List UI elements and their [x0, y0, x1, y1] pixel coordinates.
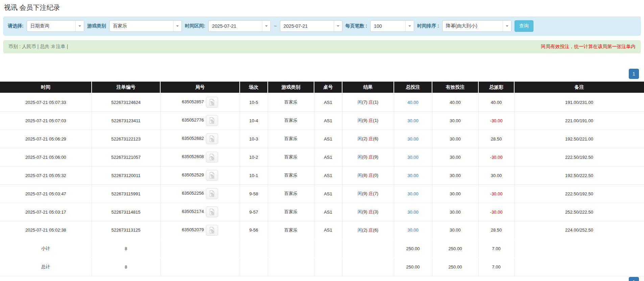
video-file-icon	[209, 135, 215, 142]
cell-valid-bet: 30.00	[432, 130, 478, 148]
player-result-value: (2)	[362, 136, 367, 141]
subtotal-valid-bet: 250.00	[432, 239, 478, 258]
video-replay-button[interactable]	[206, 225, 218, 236]
total-bet-link[interactable]: 30.00	[407, 136, 419, 142]
video-replay-button[interactable]	[206, 152, 218, 163]
cell-table-no: AS1	[314, 130, 342, 148]
player-result-value: (9)	[362, 118, 367, 123]
cell-valid-bet: 30.00	[432, 203, 478, 221]
time-sort-select[interactable]: 降幂(由大到小)	[442, 20, 511, 32]
cell-game-category: 百家乐	[268, 93, 314, 111]
cell-result: 闲(7) 庄(1)	[342, 93, 394, 111]
date-to-select[interactable]: 2025-07-21	[280, 20, 342, 32]
player-result-value: (0)	[362, 154, 367, 159]
cell-round-id: 635052529	[160, 166, 240, 185]
cell-payout: -30.00	[478, 203, 514, 221]
subtotal-payout: 7.00	[478, 239, 514, 258]
video-file-icon	[209, 190, 215, 197]
header-game-category: 游戏类别	[268, 82, 314, 93]
pagination-top: 1	[0, 69, 644, 79]
cell-game-category: 百家乐	[268, 130, 314, 148]
table-row: 2025-07-21 05:07:03522673123411635052776…	[0, 111, 644, 130]
page-1-button[interactable]: 1	[629, 277, 639, 281]
total-bet-link[interactable]: 30.00	[407, 173, 419, 178]
cell-game-category: 百家乐	[268, 148, 314, 166]
header-payout: 总派彩	[478, 82, 514, 93]
banker-result-label: 庄	[368, 136, 373, 141]
chevron-down-icon	[503, 21, 511, 31]
total-bet-link[interactable]: 30.00	[407, 228, 419, 233]
header-remark: 备注	[514, 82, 644, 93]
video-replay-button[interactable]	[206, 115, 218, 126]
pagination-bottom: 1	[629, 277, 639, 281]
payout-value: -30.00	[490, 118, 503, 123]
cell-total-bet: 30.00	[394, 111, 432, 130]
video-replay-button[interactable]	[206, 188, 218, 199]
date-to-value: 2025-07-21	[280, 21, 334, 31]
cell-remark: 222.50/192.50	[514, 148, 644, 166]
cell-session: 9-56	[240, 221, 268, 239]
video-replay-button[interactable]	[206, 170, 218, 181]
currency-total-text: 币别 : 人民币 | 总共 :8 注单 |	[8, 44, 68, 50]
banker-result-value: (3)	[373, 209, 378, 214]
player-result-label: 闲	[358, 173, 362, 178]
video-replay-button[interactable]	[206, 97, 218, 108]
video-file-icon	[209, 172, 215, 179]
subtotal-row: 小计 8 250.00 250.00 7.00	[0, 239, 644, 258]
cell-round-id: 635052857	[160, 93, 240, 111]
payout-value: 30.00	[491, 173, 502, 178]
query-type-label: 请选择:	[8, 23, 24, 29]
cell-table-no: AS1	[314, 93, 342, 111]
total-bet-link[interactable]: 30.00	[407, 118, 419, 123]
header-result: 结果	[342, 82, 394, 93]
video-replay-button[interactable]	[206, 133, 218, 144]
total-bet-link[interactable]: 40.00	[407, 100, 419, 105]
banker-result-label: 庄	[368, 191, 373, 196]
cell-time: 2025-07-21 05:06:29	[0, 130, 92, 148]
banker-result-value: (6)	[373, 136, 378, 141]
video-replay-button[interactable]	[206, 207, 218, 217]
round-id-value: 635052174	[182, 209, 204, 214]
banker-result-label: 庄	[368, 118, 373, 123]
search-button[interactable]: 查询	[515, 20, 533, 32]
video-file-icon	[209, 99, 215, 106]
player-result-value: (2)	[362, 228, 367, 233]
cell-result: 闲(2) 庄(6)	[342, 130, 394, 148]
banker-result-label: 庄	[368, 209, 373, 214]
date-from-select[interactable]: 2025-07-21	[208, 20, 271, 32]
total-count: 8	[92, 258, 160, 276]
cell-table-no: AS1	[314, 166, 342, 185]
filter-bar: 请选择: 日期查询 游戏类别 百家乐 时间区间: 2025-07-21 ~ 20…	[3, 17, 641, 36]
cell-result: 闲(8) 庄(0)	[342, 166, 394, 185]
betting-records-table: 时间 注单编号 局号 场次 游戏类别 桌号 结果 总投注 有效投注 总派彩 备注…	[0, 82, 644, 276]
cell-table-no: AS1	[314, 221, 342, 239]
chevron-down-icon	[173, 21, 182, 31]
query-type-select[interactable]: 日期查询	[27, 20, 84, 32]
cell-valid-bet: 40.00	[432, 93, 478, 111]
cell-time: 2025-07-21 05:07:03	[0, 111, 92, 130]
total-bet-link[interactable]: 30.00	[407, 155, 419, 160]
page-size-select[interactable]: 100	[370, 20, 414, 32]
total-bet-link[interactable]: 30.00	[407, 191, 419, 196]
round-id-value: 635052682	[182, 136, 204, 141]
cell-total-bet: 30.00	[394, 203, 432, 221]
cell-remark: 222.50/192.50	[514, 185, 644, 203]
cell-bet-id: 522673123411	[92, 111, 160, 130]
cell-result: 闲(2) 庄(6)	[342, 221, 394, 239]
query-type-value: 日期查询	[27, 21, 75, 31]
cell-round-id: 635052079	[160, 221, 240, 239]
table-row: 2025-07-21 05:05:32522673120011635052529…	[0, 166, 644, 185]
game-category-select[interactable]: 百家乐	[109, 20, 182, 32]
chevron-down-icon	[405, 21, 414, 31]
table-row: 2025-07-21 05:07:33522673124624635052857…	[0, 93, 644, 111]
cell-total-bet: 30.00	[394, 166, 432, 185]
date-range-separator: ~	[274, 23, 277, 29]
total-bet-link[interactable]: 30.00	[407, 210, 419, 215]
cell-payout: 28.50	[478, 221, 514, 239]
table-row: 2025-07-21 05:03:47522673115991635052256…	[0, 185, 644, 203]
page-1-button[interactable]: 1	[629, 69, 639, 79]
cell-valid-bet: 30.00	[432, 185, 478, 203]
payout-value: -30.00	[490, 210, 503, 215]
payout-value: 28.50	[491, 136, 502, 142]
cell-result: 闲(9) 庄(3)	[342, 203, 394, 221]
